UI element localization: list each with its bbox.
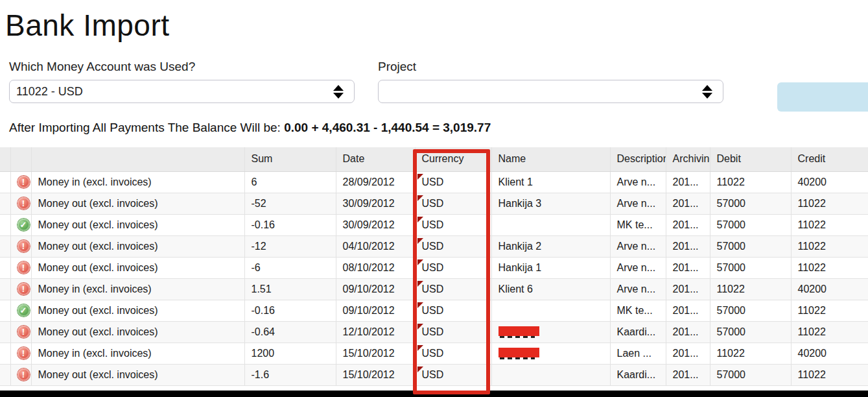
date-cell: 30/09/2012 (336, 193, 415, 214)
date-cell: 30/09/2012 (336, 214, 415, 235)
table-row[interactable]: !Money out (excl. invoices)-1.615/10/201… (0, 364, 868, 385)
table-row[interactable]: !Money out (excl. invoices)-0.6412/10/20… (0, 321, 868, 343)
sum-cell: -12 (244, 235, 336, 257)
import-button[interactable] (777, 82, 868, 112)
debit-cell: 57000 (710, 364, 791, 385)
exclamation-circle-icon[interactable]: ! (18, 261, 30, 274)
date-cell: 15/10/2012 (336, 364, 415, 385)
credit-cell: 11022 (791, 214, 868, 235)
column-header-description: Description (610, 147, 666, 171)
status-cell: ! (10, 278, 31, 300)
archiving-cell: 201... (666, 257, 710, 278)
filter-form: Which Money Account was Used? 11022 - US… (9, 60, 868, 103)
archiving-cell: 201... (666, 278, 710, 300)
exclamation-circle-icon[interactable]: ! (18, 347, 30, 359)
debit-cell: 57000 (710, 300, 791, 321)
redaction-bar (499, 326, 539, 336)
debit-cell: 57000 (710, 235, 791, 257)
archiving-cell: 201... (666, 343, 710, 364)
table-row[interactable]: !Money in (excl. invoices)1.5109/10/2012… (0, 278, 868, 300)
status-cell: ! (10, 343, 31, 364)
exclamation-circle-icon[interactable]: ! (18, 197, 30, 210)
currency-cell: USD (415, 214, 491, 235)
exclamation-circle-icon[interactable]: ! (18, 283, 30, 295)
description-cell: Arve n... (610, 171, 666, 193)
debit-cell: 57000 (710, 193, 791, 214)
archiving-cell: 201... (666, 193, 710, 214)
credit-cell: 40200 (791, 343, 868, 364)
table-row[interactable]: ✓Money out (excl. invoices)-0.1609/10/20… (0, 300, 868, 321)
debit-cell: 57000 (710, 321, 791, 343)
table-row[interactable]: !Money in (excl. invoices)628/09/2012USD… (0, 171, 868, 193)
row-gutter-cell (0, 364, 10, 385)
table-row[interactable]: !Money out (excl. invoices)-5230/09/2012… (0, 193, 868, 214)
credit-cell: 11022 (791, 300, 868, 321)
date-cell: 04/10/2012 (336, 235, 415, 257)
status-cell: ! (10, 193, 31, 214)
sum-cell: -0.16 (244, 214, 336, 235)
row-gutter-cell (0, 343, 10, 364)
table-row[interactable]: !Money out (excl. invoices)-608/10/2012U… (0, 257, 868, 278)
type-cell: Money out (excl. invoices) (31, 364, 244, 385)
date-cell: 09/10/2012 (336, 278, 415, 300)
up-down-arrows-icon (333, 85, 344, 99)
name-cell: Hankija 3 (491, 193, 610, 214)
type-cell: Money in (excl. invoices) (31, 343, 244, 364)
archiving-cell: 201... (666, 300, 710, 321)
balance-prefix: After Importing All Payments The Balance… (9, 121, 284, 134)
red-corner-triangle-icon (417, 302, 423, 308)
row-gutter-cell (0, 257, 10, 278)
exclamation-circle-icon[interactable]: ! (18, 368, 30, 381)
credit-cell: 11022 (791, 193, 868, 214)
currency-cell: USD (415, 193, 491, 214)
table-row[interactable]: !Money in (excl. invoices)120015/10/2012… (0, 343, 868, 364)
check-circle-icon[interactable]: ✓ (18, 219, 30, 231)
status-cell: ! (10, 171, 31, 193)
table-header-row: SumDateCurrencyNameDescriptionArchivingD… (0, 147, 868, 171)
archiving-cell: 201... (666, 321, 710, 343)
column-header-blank-2 (31, 147, 244, 171)
column-header-blank-1 (10, 147, 31, 171)
status-cell: ! (10, 235, 31, 257)
date-cell: 28/09/2012 (336, 171, 415, 193)
date-cell: 08/10/2012 (336, 257, 415, 278)
table-row[interactable]: !Money out (excl. invoices)-1204/10/2012… (0, 235, 868, 257)
debit-cell: 11022 (710, 171, 791, 193)
name-cell (491, 300, 610, 321)
type-cell: Money out (excl. invoices) (31, 321, 244, 343)
row-gutter-cell (0, 235, 10, 257)
archiving-cell: 201... (666, 235, 710, 257)
debit-cell: 11022 (710, 278, 791, 300)
description-cell: Laen ... (610, 343, 666, 364)
name-cell: Klient 6 (491, 278, 610, 300)
exclamation-circle-icon[interactable]: ! (18, 176, 30, 188)
exclamation-circle-icon[interactable]: ! (18, 326, 30, 338)
sum-cell: 1200 (244, 343, 336, 364)
type-cell: Money out (excl. invoices) (31, 235, 244, 257)
type-cell: Money out (excl. invoices) (31, 257, 244, 278)
name-cell (491, 343, 610, 364)
column-header-date: Date (336, 147, 415, 171)
money-account-select[interactable]: 11022 - USD (9, 80, 355, 103)
name-cell (491, 321, 610, 343)
debit-cell: 11022 (710, 343, 791, 364)
check-circle-icon[interactable]: ✓ (18, 304, 30, 317)
exclamation-circle-icon[interactable]: ! (18, 240, 30, 252)
credit-cell: 11022 (791, 257, 868, 278)
red-corner-triangle-icon (417, 195, 423, 201)
description-cell: MK te... (610, 214, 666, 235)
money-account-field: Which Money Account was Used? 11022 - US… (9, 60, 355, 103)
type-cell: Money out (excl. invoices) (31, 214, 244, 235)
debit-cell: 57000 (710, 214, 791, 235)
red-corner-triangle-icon (417, 281, 423, 287)
currency-cell: USD (415, 364, 491, 385)
red-corner-triangle-icon (417, 217, 423, 223)
name-cell (491, 214, 610, 235)
currency-cell: USD (415, 235, 491, 257)
table-row[interactable]: ✓Money out (excl. invoices)-0.1630/09/20… (0, 214, 868, 235)
type-cell: Money in (excl. invoices) (31, 171, 244, 193)
balance-equation: 0.00 + 4,460.31 - 1,440.54 = 3,019.77 (284, 121, 491, 134)
project-label: Project (378, 60, 723, 74)
project-select[interactable] (378, 80, 723, 103)
name-cell: Hankija 1 (491, 257, 610, 278)
